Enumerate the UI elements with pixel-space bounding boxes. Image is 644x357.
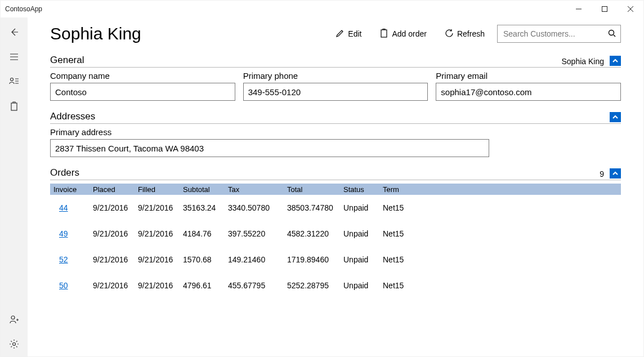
cell-placed: 9/21/2016 bbox=[93, 255, 138, 264]
col-subtotal[interactable]: Subtotal bbox=[183, 185, 228, 194]
orders-table: Invoice Placed Filled Subtotal Tax Total… bbox=[50, 184, 621, 356]
company-input[interactable] bbox=[50, 83, 235, 101]
refresh-icon bbox=[445, 29, 454, 39]
cell-tax: 149.21460 bbox=[228, 255, 287, 264]
sidebar bbox=[1, 17, 28, 356]
main-content: Sophia King Edit Add order Refresh bbox=[28, 17, 643, 356]
company-label: Company name bbox=[50, 71, 235, 81]
invoice-link[interactable]: 49 bbox=[53, 229, 93, 238]
table-row[interactable]: 449/21/20169/21/201635163.243340.5078038… bbox=[50, 195, 621, 221]
col-tax[interactable]: Tax bbox=[228, 185, 287, 194]
cell-total: 1719.89460 bbox=[287, 255, 343, 264]
edit-button[interactable]: Edit bbox=[330, 25, 367, 43]
section-orders-collapse[interactable] bbox=[610, 168, 621, 179]
cell-status: Unpaid bbox=[343, 203, 383, 212]
section-addresses-collapse[interactable] bbox=[610, 112, 621, 122]
close-button[interactable] bbox=[618, 1, 643, 17]
search-box[interactable] bbox=[497, 25, 621, 43]
phone-label: Primary phone bbox=[243, 71, 428, 81]
hamburger-menu-button[interactable] bbox=[1, 44, 28, 69]
section-orders-header: Orders 9 bbox=[50, 167, 621, 180]
page-header: Sophia King Edit Add order Refresh bbox=[50, 24, 621, 43]
cell-tax: 397.55220 bbox=[228, 229, 287, 238]
col-placed[interactable]: Placed bbox=[93, 185, 138, 194]
phone-field: Primary phone bbox=[243, 71, 428, 101]
settings-nav-item[interactable] bbox=[1, 332, 28, 356]
primary-address-field: Primary address bbox=[50, 127, 621, 157]
add-user-nav-item[interactable] bbox=[1, 307, 28, 332]
svg-point-4 bbox=[13, 343, 16, 346]
cell-placed: 9/21/2016 bbox=[93, 281, 138, 290]
phone-input[interactable] bbox=[243, 83, 428, 101]
cell-subtotal: 35163.24 bbox=[183, 203, 228, 212]
table-row[interactable]: 509/21/20169/21/20164796.61455.677955252… bbox=[50, 273, 621, 298]
cell-tax: 455.67795 bbox=[228, 281, 287, 290]
refresh-label: Refresh bbox=[457, 29, 485, 38]
cell-status: Unpaid bbox=[343, 255, 383, 264]
svg-rect-2 bbox=[11, 103, 17, 110]
app-title: ContosoApp bbox=[5, 5, 42, 13]
section-addresses-header: Addresses bbox=[50, 111, 621, 124]
svg-point-3 bbox=[11, 316, 15, 319]
svg-point-6 bbox=[609, 30, 614, 35]
table-row[interactable]: 499/21/20169/21/20164184.76397.552204582… bbox=[50, 221, 621, 247]
table-row[interactable]: 529/21/20169/21/20161570.68149.214601719… bbox=[50, 247, 621, 273]
cell-term: Net15 bbox=[383, 281, 417, 290]
col-invoice[interactable]: Invoice bbox=[53, 185, 93, 194]
col-total[interactable]: Total bbox=[287, 185, 343, 194]
title-bar: ContosoApp bbox=[1, 1, 643, 17]
edit-label: Edit bbox=[348, 29, 361, 38]
back-button[interactable] bbox=[1, 20, 28, 44]
section-addresses-title: Addresses bbox=[50, 111, 610, 122]
minimize-button[interactable] bbox=[566, 1, 592, 17]
company-field: Company name bbox=[50, 71, 235, 101]
section-general-collapse[interactable] bbox=[610, 56, 621, 66]
email-input[interactable] bbox=[436, 83, 621, 101]
cell-tax: 3340.50780 bbox=[228, 203, 287, 212]
invoice-link[interactable]: 52 bbox=[53, 255, 93, 264]
invoice-link[interactable]: 50 bbox=[53, 281, 93, 290]
refresh-button[interactable]: Refresh bbox=[439, 25, 490, 43]
section-general-summary: Sophia King bbox=[561, 57, 604, 66]
section-orders-title: Orders bbox=[50, 167, 600, 179]
search-input[interactable] bbox=[502, 29, 608, 39]
cell-term: Net15 bbox=[383, 255, 417, 264]
cell-total: 5252.28795 bbox=[287, 281, 343, 290]
email-field: Primary email bbox=[436, 71, 621, 101]
cell-total: 4582.31220 bbox=[287, 229, 343, 238]
cell-status: Unpaid bbox=[343, 229, 383, 238]
cell-filled: 9/21/2016 bbox=[138, 281, 183, 290]
cell-filled: 9/21/2016 bbox=[138, 203, 183, 212]
section-general-title: General bbox=[50, 55, 561, 66]
cell-subtotal: 4796.61 bbox=[183, 281, 228, 290]
customers-nav-item[interactable] bbox=[1, 69, 28, 94]
col-status[interactable]: Status bbox=[343, 185, 383, 194]
section-orders-count: 9 bbox=[600, 169, 604, 179]
cell-subtotal: 1570.68 bbox=[183, 255, 228, 264]
invoice-link[interactable]: 44 bbox=[53, 203, 93, 212]
col-filled[interactable]: Filled bbox=[138, 185, 183, 194]
maximize-button[interactable] bbox=[592, 1, 618, 17]
add-order-button[interactable]: Add order bbox=[374, 25, 432, 43]
orders-table-header: Invoice Placed Filled Subtotal Tax Total… bbox=[50, 184, 621, 195]
cell-status: Unpaid bbox=[343, 281, 383, 290]
cell-placed: 9/21/2016 bbox=[93, 203, 138, 212]
orders-table-body[interactable]: 449/21/20169/21/201635163.243340.5078038… bbox=[50, 195, 621, 356]
orders-nav-item[interactable] bbox=[1, 94, 28, 119]
cell-term: Net15 bbox=[383, 203, 417, 212]
cell-filled: 9/21/2016 bbox=[138, 229, 183, 238]
col-term[interactable]: Term bbox=[383, 185, 417, 194]
svg-rect-0 bbox=[602, 6, 607, 11]
primary-address-label: Primary address bbox=[50, 127, 621, 137]
window-controls bbox=[566, 1, 643, 17]
cell-total: 38503.74780 bbox=[287, 203, 343, 212]
pencil-icon bbox=[336, 29, 345, 39]
cell-term: Net15 bbox=[383, 229, 417, 238]
add-order-label: Add order bbox=[392, 29, 426, 38]
cell-filled: 9/21/2016 bbox=[138, 255, 183, 264]
primary-address-input[interactable] bbox=[50, 139, 489, 157]
general-fields: Company name Primary phone Primary email bbox=[50, 71, 621, 101]
clipboard-icon bbox=[379, 29, 388, 39]
svg-point-1 bbox=[11, 78, 14, 81]
cell-subtotal: 4184.76 bbox=[183, 229, 228, 238]
